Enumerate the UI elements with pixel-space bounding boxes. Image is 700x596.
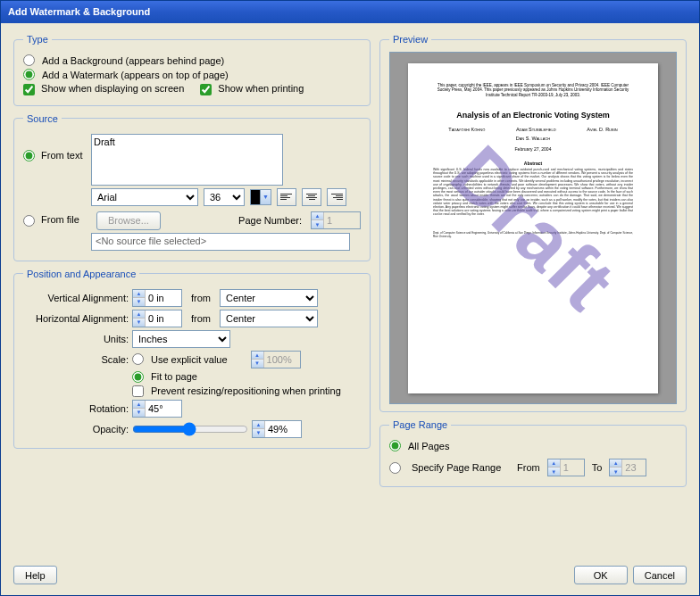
from-text-radio[interactable]	[23, 150, 35, 161]
scale-fit-radio[interactable]	[132, 371, 144, 383]
from-file-radio-wrap[interactable]: From file	[23, 214, 88, 227]
all-pages-row[interactable]: All Pages	[389, 440, 677, 451]
spin-up-icon: ▲	[610, 459, 621, 468]
specify-range-radio[interactable]	[389, 462, 401, 474]
units-label: Units:	[23, 334, 129, 344]
spin-down-icon: ▼	[548, 468, 560, 476]
right-column: Preview This paper, copyright the IEEE, …	[379, 34, 687, 555]
rotation-spinner[interactable]: ▲▼	[132, 400, 182, 418]
range-from-spinner: ▲▼	[547, 459, 585, 476]
preview-legend: Preview	[389, 34, 431, 45]
watermark-radio-row[interactable]: Add a Watermark (appears on top of page)	[23, 69, 361, 80]
preview-group: Preview This paper, copyright the IEEE, …	[379, 34, 687, 412]
show-screen-wrap[interactable]: Show when displaying on screen	[23, 83, 184, 95]
scale-fit-label: Fit to page	[151, 371, 197, 382]
watermark-text-input[interactable]	[91, 134, 283, 186]
range-to-input	[622, 459, 646, 476]
prevent-resize-checkbox[interactable]	[132, 385, 144, 397]
dialog-window: Add Watermark & Background Type Add a Ba…	[0, 0, 700, 596]
show-print-wrap[interactable]: Show when printing	[200, 83, 304, 95]
footer: Help OK Cancel	[1, 562, 699, 595]
font-size-select[interactable]: 36	[204, 188, 245, 206]
halign-input[interactable]	[146, 310, 181, 327]
halign-from-label: from	[191, 313, 211, 324]
spin-down-icon[interactable]: ▼	[133, 409, 145, 417]
spin-up-icon[interactable]: ▲	[133, 310, 145, 319]
position-legend: Position and Appearance	[23, 269, 139, 279]
type-legend: Type	[23, 34, 52, 45]
help-button[interactable]: Help	[13, 566, 57, 584]
spin-down-icon[interactable]: ▼	[133, 319, 145, 327]
opacity-input[interactable]	[265, 421, 301, 437]
scale-label: Scale:	[23, 354, 129, 365]
opacity-row: Opacity: ▲▼	[23, 420, 361, 438]
spin-up-icon[interactable]: ▲	[253, 421, 264, 429]
spin-up-icon: ▲	[312, 212, 323, 220]
browse-button[interactable]: Browse...	[96, 211, 161, 230]
halign-spinner[interactable]: ▲▼	[132, 310, 182, 327]
valign-input[interactable]	[146, 290, 181, 306]
spin-up-icon: ▲	[548, 459, 560, 468]
preview-watermark: Draft	[433, 128, 633, 327]
preview-author: Tadayoshi Kohno	[448, 127, 485, 132]
left-column: Type Add a Background (appears behind pa…	[13, 34, 371, 555]
scale-input	[264, 352, 300, 368]
opacity-spinner[interactable]: ▲▼	[252, 420, 302, 438]
align-right-button[interactable]	[327, 188, 346, 206]
valign-from-select[interactable]: Center	[220, 289, 318, 307]
rotation-input[interactable]	[146, 401, 181, 417]
opacity-slider[interactable]	[132, 422, 248, 436]
watermark-radio[interactable]	[23, 69, 35, 80]
prevent-resize-label: Prevent resizing/repositioning when prin…	[151, 385, 341, 396]
from-file-radio[interactable]	[23, 215, 35, 227]
source-file-display: <No source file selected>	[91, 233, 350, 251]
spin-up-icon: ▲	[252, 352, 263, 360]
range-to-spinner: ▲▼	[609, 459, 646, 476]
preview-author: Dan S. Wallach	[516, 136, 551, 141]
preview-authors-row2: Dan S. Wallach	[433, 136, 633, 141]
spin-down-icon[interactable]: ▼	[253, 429, 264, 437]
background-radio[interactable]	[23, 54, 35, 66]
file-display-row: <No source file selected>	[91, 233, 361, 251]
font-color-picker[interactable]: ▼	[250, 189, 271, 205]
scale-explicit-radio[interactable]	[132, 353, 144, 365]
background-radio-label: Add a Background (appears behind page)	[42, 55, 224, 66]
preview-page: This paper, copyright the IEEE, appears …	[408, 63, 658, 393]
font-row: Arial 36 ▼	[91, 188, 361, 206]
align-left-button[interactable]	[277, 188, 296, 206]
font-select[interactable]: Arial	[91, 188, 198, 206]
from-text-radio-wrap[interactable]: From text	[23, 134, 88, 162]
content-area: Type Add a Background (appears behind pa…	[1, 23, 699, 562]
scale-explicit-label: Use explicit value	[151, 354, 228, 365]
spin-down-icon: ▼	[610, 468, 621, 476]
preview-author: Adam Stubblefield	[516, 127, 556, 132]
all-pages-label: All Pages	[408, 441, 449, 451]
type-group: Type Add a Background (appears behind pa…	[13, 34, 371, 106]
spin-down-icon[interactable]: ▼	[133, 298, 145, 306]
show-screen-checkbox[interactable]	[23, 84, 35, 95]
halign-from-select[interactable]: Center	[220, 310, 318, 327]
from-file-row: From file Browse... Page Number: ▲▼	[23, 211, 361, 230]
preview-affiliations: Dept. of Computer Science and Engineerin…	[433, 232, 633, 238]
spin-up-icon[interactable]: ▲	[133, 401, 145, 409]
units-select[interactable]: Inches	[132, 330, 230, 348]
background-radio-row[interactable]: Add a Background (appears behind page)	[23, 54, 361, 66]
prevent-resize-row: Prevent resizing/repositioning when prin…	[23, 385, 361, 397]
ok-button[interactable]: OK	[574, 566, 628, 584]
spin-up-icon[interactable]: ▲	[133, 290, 145, 298]
page-number-input	[324, 212, 360, 228]
align-center-button[interactable]	[302, 188, 321, 206]
cancel-button[interactable]: Cancel	[633, 566, 687, 584]
spin-down-icon: ▼	[312, 220, 323, 228]
chevron-down-icon: ▼	[260, 190, 271, 204]
spin-down-icon: ▼	[252, 360, 263, 368]
rotation-label: Rotation:	[23, 403, 129, 414]
all-pages-radio[interactable]	[389, 440, 401, 451]
position-group: Position and Appearance Vertical Alignme…	[13, 269, 371, 449]
show-print-label: Show when printing	[218, 83, 304, 94]
show-print-checkbox[interactable]	[200, 84, 212, 95]
range-from-label: From	[517, 462, 540, 473]
valign-label: Vertical Alignment:	[23, 293, 129, 303]
valign-row: Vertical Alignment: ▲▼ from Center	[23, 289, 361, 307]
valign-spinner[interactable]: ▲▼	[132, 289, 182, 307]
